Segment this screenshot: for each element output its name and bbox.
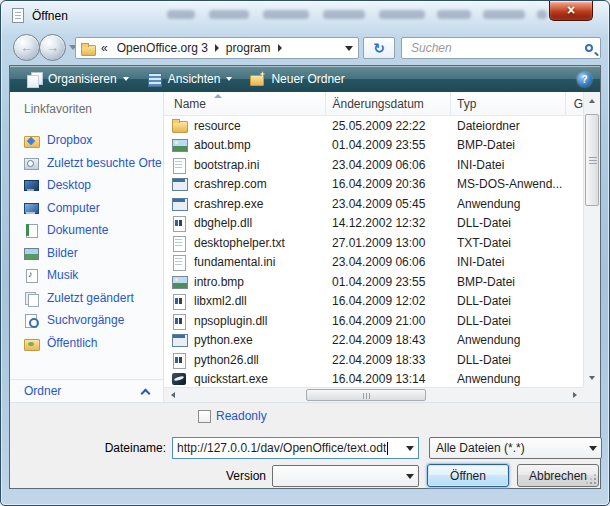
table-row[interactable]: python.exe 22.04.2009 18:43 Anwendung <box>164 331 583 351</box>
forward-button[interactable] <box>39 34 66 61</box>
table-row[interactable]: dbghelp.dll 14.12.2002 12:32 DLL-Datei <box>164 214 583 234</box>
filetype-value: Alle Dateien (*.*) <box>436 441 525 455</box>
readonly-option[interactable]: Readonly <box>198 409 267 423</box>
triangle-right-icon <box>573 392 577 398</box>
filetype-select[interactable]: Alle Dateien (*.*) <box>429 437 602 459</box>
new-folder-icon <box>250 72 265 86</box>
views-button[interactable]: Ansichten <box>138 68 242 90</box>
chevron-down-icon <box>406 446 414 451</box>
close-icon <box>567 3 575 18</box>
table-row[interactable]: about.bmp 01.04.2009 23:55 BMP-Datei <box>164 136 583 156</box>
refresh-button[interactable] <box>363 37 395 59</box>
vertical-scrollbar-thumb[interactable] <box>585 114 599 206</box>
readonly-label: Readonly <box>216 409 267 423</box>
new-folder-label: Neuer Ordner <box>271 72 344 86</box>
scroll-down-button[interactable] <box>584 370 600 386</box>
table-row[interactable]: resource 25.05.2009 22:22 Dateiordner <box>164 116 583 136</box>
sidebar-item-dropbox[interactable]: Dropbox <box>10 129 163 152</box>
breadcrumb-separator-icon[interactable] <box>215 44 219 52</box>
table-row[interactable]: libxml2.dll 16.04.2009 12:02 DLL-Datei <box>164 292 583 312</box>
folders-label: Ordner <box>24 384 61 398</box>
sidebar-item-searches[interactable]: Suchvorgänge <box>10 309 163 332</box>
sidebar-item-documents[interactable]: Dokumente <box>10 219 163 242</box>
version-dropdown-button[interactable] <box>401 466 418 486</box>
bmp-file-icon <box>172 274 188 290</box>
browser-area: Linkfavoriten Dropbox Zuletzt besuchte O… <box>10 92 600 402</box>
table-row[interactable]: python26.dll 22.04.2009 18:33 DLL-Datei <box>164 350 583 370</box>
search-box[interactable] <box>401 37 601 59</box>
dialog-footer: Readonly Dateiname: http://127.0.0.1/dav… <box>10 402 600 488</box>
scroll-up-button[interactable] <box>584 93 600 109</box>
column-header-date[interactable]: Änderungsdatum <box>326 92 451 115</box>
resize-grip-icon[interactable] <box>584 472 596 484</box>
sidebar-item-public[interactable]: Öffentlich <box>10 332 163 355</box>
close-button[interactable] <box>549 1 593 21</box>
filename-value[interactable]: http://127.0.0.1/dav/OpenOffice/text.odt <box>177 441 386 455</box>
table-row[interactable]: quickstart.exe 16.04.2009 13:14 Anwendun… <box>164 370 583 388</box>
search-input[interactable] <box>409 40 581 56</box>
dll-file-icon <box>172 313 188 329</box>
sidebar-item-desktop[interactable]: Desktop <box>10 174 163 197</box>
breadcrumb-item-program[interactable]: program <box>222 41 275 55</box>
public-icon <box>23 335 39 351</box>
table-row[interactable]: crashrep.exe 23.04.2009 05:45 Anwendung <box>164 194 583 214</box>
breadcrumb-separator-icon[interactable] <box>278 44 282 52</box>
filename-dropdown-button[interactable] <box>401 438 418 458</box>
chevron-down-icon <box>226 77 232 81</box>
readonly-checkbox[interactable] <box>198 410 211 423</box>
vertical-scrollbar[interactable] <box>583 92 600 387</box>
dll-file-icon <box>172 293 188 309</box>
window-title: Öffnen <box>32 9 68 23</box>
back-button[interactable] <box>13 34 40 61</box>
dll-file-icon <box>172 215 188 231</box>
sidebar-item-pictures[interactable]: Bilder <box>10 242 163 265</box>
help-button[interactable] <box>577 72 592 87</box>
triangle-left-icon <box>171 392 175 398</box>
msdos-app-icon <box>172 176 188 192</box>
sidebar-item-computer[interactable]: Computer <box>10 197 163 220</box>
table-row[interactable]: bootstrap.ini 23.04.2009 06:06 INI-Datei <box>164 155 583 175</box>
column-header-type[interactable]: Typ <box>451 92 566 115</box>
sidebar-item-music[interactable]: Musik <box>10 264 163 287</box>
searches-icon <box>23 312 39 328</box>
breadcrumb-item-openoffice[interactable]: OpenOffice.org 3 <box>113 41 212 55</box>
sidebar-item-recent-places[interactable]: Zuletzt besuchte Orte <box>10 152 163 175</box>
computer-icon <box>23 200 39 216</box>
ini-file-icon <box>172 254 188 270</box>
filename-combobox[interactable]: http://127.0.0.1/dav/OpenOffice/text.odt <box>172 437 419 459</box>
scroll-right-button[interactable] <box>567 388 582 402</box>
table-row[interactable]: desktophelper.txt 27.01.2009 13:00 TXT-D… <box>164 233 583 253</box>
horizontal-scrollbar[interactable] <box>164 387 583 402</box>
command-toolbar: Organisieren Ansichten Neuer Ordner <box>10 66 600 92</box>
search-icon[interactable] <box>585 44 593 52</box>
filetype-dropdown-button[interactable] <box>584 438 601 458</box>
open-file-dialog: Öffnen « OpenOffice.org 3 program Organi… <box>0 0 610 506</box>
column-header-size[interactable]: G <box>566 92 583 115</box>
client-area: Organisieren Ansichten Neuer Ordner Link… <box>9 65 601 489</box>
refresh-icon <box>373 41 385 56</box>
horizontal-scrollbar-thumb[interactable] <box>306 389 426 401</box>
column-header-name[interactable]: Name <box>164 92 326 115</box>
organize-button[interactable]: Organisieren <box>18 68 138 90</box>
sidebar-item-recently-changed[interactable]: Zuletzt geändert <box>10 287 163 310</box>
address-dropdown-icon[interactable] <box>345 46 353 51</box>
folders-expander[interactable]: Ordner <box>10 379 163 402</box>
table-row[interactable]: npsoplugin.dll 16.04.2009 21:00 DLL-Date… <box>164 311 583 331</box>
favorites-sidebar: Linkfavoriten Dropbox Zuletzt besuchte O… <box>10 92 164 402</box>
file-rows: resource 25.05.2009 22:22 Dateiordner ab… <box>164 116 583 387</box>
table-row[interactable]: fundamental.ini 23.04.2009 06:06 INI-Dat… <box>164 253 583 273</box>
sort-ascending-icon <box>214 94 222 98</box>
chevron-down-icon <box>589 446 597 451</box>
breadcrumb[interactable]: « OpenOffice.org 3 program <box>75 37 359 59</box>
new-folder-button[interactable]: Neuer Ordner <box>241 68 353 90</box>
quickstart-app-icon <box>172 371 188 387</box>
table-row[interactable]: intro.bmp 01.04.2009 23:55 BMP-Datei <box>164 272 583 292</box>
scroll-left-button[interactable] <box>165 388 180 402</box>
folder-icon <box>81 42 95 55</box>
open-button[interactable]: Öffnen <box>427 464 509 487</box>
version-select[interactable] <box>272 465 419 487</box>
table-row[interactable]: crashrep.com 16.04.2009 20:36 MS-DOS-Anw… <box>164 175 583 195</box>
dropbox-icon <box>23 132 39 148</box>
titlebar[interactable]: Öffnen <box>1 1 609 31</box>
breadcrumb-overflow[interactable]: « <box>101 41 108 55</box>
